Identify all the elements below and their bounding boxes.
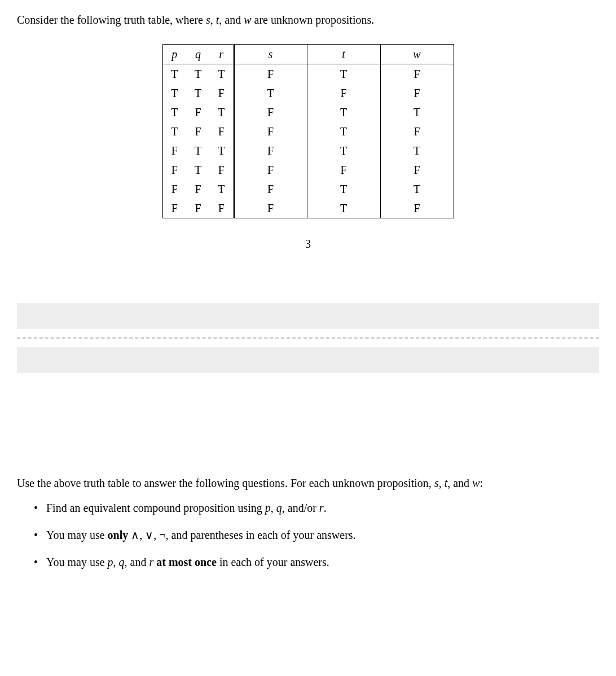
cell: T: [307, 141, 380, 160]
b2-p2: ∧, ∨, ¬, and parentheses in each of your…: [128, 529, 355, 541]
cell: T: [186, 64, 210, 84]
divider-band-bottom: [17, 347, 599, 373]
cell: F: [380, 64, 454, 84]
cell: F: [234, 160, 307, 179]
b3-bold: at most once: [156, 556, 217, 568]
cell: F: [186, 199, 210, 218]
bullet-item-2: You may use only ∧, ∨, ¬, and parenthese…: [34, 526, 599, 543]
cell: F: [234, 179, 307, 199]
cell: T: [186, 160, 210, 179]
cell: T: [380, 179, 454, 199]
b3-p3: , and: [125, 556, 149, 568]
b2-bold: only: [108, 529, 129, 541]
instr-p2: ,: [439, 477, 445, 489]
instr-p4: :: [479, 477, 483, 489]
table-row: F T F F F F: [162, 160, 454, 179]
cell: T: [162, 64, 186, 84]
cell: T: [162, 84, 186, 103]
cell: T: [210, 103, 234, 122]
header-s: s: [234, 45, 307, 64]
b1-p2: ,: [271, 502, 276, 514]
cell: T: [307, 122, 380, 141]
instr-var-s: s: [434, 477, 439, 489]
cell: T: [307, 199, 380, 218]
header-t: t: [307, 45, 380, 64]
cell: F: [186, 122, 210, 141]
instr-p1: Use the above truth table to answer the …: [17, 477, 434, 489]
cell: F: [162, 160, 186, 179]
cell: F: [210, 84, 234, 103]
header-w: w: [380, 45, 454, 64]
cell: T: [210, 64, 234, 84]
cell: F: [162, 179, 186, 199]
cell: F: [210, 160, 234, 179]
cell: T: [380, 103, 454, 122]
cell: T: [162, 122, 186, 141]
b1-p3: , and/or: [282, 502, 319, 514]
cell: F: [307, 84, 380, 103]
b1-p4: .: [324, 502, 327, 514]
page-number: 3: [17, 235, 599, 252]
table-row: F F T F T T: [162, 179, 454, 199]
table-row: F T T F T T: [162, 141, 454, 160]
intro-text: Consider the following truth table, wher…: [17, 11, 599, 28]
b2-p1: You may use: [46, 529, 108, 541]
cell: F: [234, 199, 307, 218]
b3-p5: in each of your answers.: [217, 556, 329, 568]
cell: F: [162, 199, 186, 218]
b3-p2: ,: [113, 556, 119, 568]
table-row: T F F F T F: [162, 122, 454, 141]
table-row: T T F T F F: [162, 84, 454, 103]
intro-var-s: s: [206, 14, 210, 26]
divider-dashed: [17, 337, 599, 339]
bullet-list: Find an equivalent compound proposition …: [17, 499, 599, 570]
b1-v2: q: [276, 502, 282, 514]
instr-p3: , and: [447, 477, 472, 489]
cell: T: [307, 179, 380, 199]
cell: T: [380, 141, 454, 160]
cell: F: [234, 141, 307, 160]
intro-var-w: w: [244, 14, 251, 26]
cell: F: [234, 122, 307, 141]
cell: F: [210, 199, 234, 218]
truth-table: p q r s t w T T T F T F T T F T F F T F …: [162, 44, 454, 218]
cell: F: [234, 103, 307, 122]
cell: F: [186, 179, 210, 199]
cell: F: [380, 199, 454, 218]
cell: F: [380, 160, 454, 179]
cell: F: [162, 141, 186, 160]
table-row: T T T F T F: [162, 64, 454, 84]
b1-v3: r: [319, 502, 324, 514]
intro-part3: , and: [219, 14, 244, 26]
instr-var-w: w: [472, 477, 479, 489]
page-divider: [17, 303, 599, 373]
cell: T: [210, 179, 234, 199]
b3-v2: q: [119, 556, 125, 568]
cell: F: [380, 122, 454, 141]
cell: F: [380, 84, 454, 103]
cell: T: [186, 84, 210, 103]
b1-p1: Find an equivalent compound proposition …: [46, 502, 265, 514]
intro-part4: are unknown propositions.: [252, 14, 375, 26]
cell: F: [307, 160, 380, 179]
header-r: r: [210, 45, 234, 64]
divider-band-top: [17, 303, 599, 329]
cell: T: [210, 141, 234, 160]
b3-v1: p: [108, 556, 113, 568]
b3-p1: You may use: [46, 556, 108, 568]
cell: F: [210, 122, 234, 141]
bullet-item-3: You may use p, q, and r at most once in …: [34, 554, 599, 570]
cell: T: [307, 103, 380, 122]
cell: F: [234, 64, 307, 84]
instruction-text: Use the above truth table to answer the …: [17, 475, 599, 491]
intro-part2: ,: [210, 14, 216, 26]
cell: T: [162, 103, 186, 122]
header-p: p: [162, 45, 186, 64]
cell: T: [186, 141, 210, 160]
cell: T: [234, 84, 307, 103]
table-row: T F T F T T: [162, 103, 454, 122]
table-row: F F F F T F: [162, 199, 454, 218]
cell: T: [307, 64, 380, 84]
table-header-row: p q r s t w: [162, 45, 454, 64]
intro-part1: Consider the following truth table, wher…: [17, 14, 206, 26]
